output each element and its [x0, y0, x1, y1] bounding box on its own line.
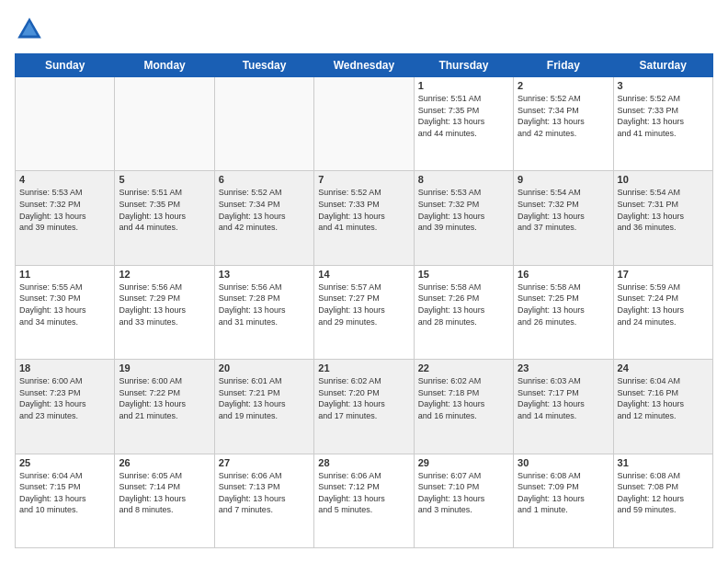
- day-info: Sunrise: 6:06 AMSunset: 7:13 PMDaylight:…: [219, 470, 310, 516]
- day-info: Sunrise: 5:52 AMSunset: 7:33 PMDaylight:…: [618, 93, 709, 139]
- day-info: Sunrise: 5:59 AMSunset: 7:24 PMDaylight:…: [618, 282, 709, 327]
- calendar-cell: [214, 77, 313, 171]
- calendar-cell: 8Sunrise: 5:53 AMSunset: 7:32 PMDaylight…: [414, 171, 513, 265]
- calendar-cell: 15Sunrise: 5:58 AMSunset: 7:26 PMDayligh…: [414, 265, 513, 359]
- day-number: 16: [518, 269, 609, 280]
- calendar-cell: [16, 77, 115, 171]
- day-info: Sunrise: 5:51 AMSunset: 7:35 PMDaylight:…: [119, 187, 210, 233]
- day-number: 21: [318, 362, 409, 373]
- day-number: 28: [318, 457, 409, 468]
- day-number: 12: [119, 269, 210, 280]
- calendar-cell: [115, 77, 214, 171]
- day-number: 10: [618, 174, 709, 185]
- calendar-cell: 29Sunrise: 6:07 AMSunset: 7:10 PMDayligh…: [414, 454, 513, 547]
- weekday-header: Friday: [514, 54, 613, 77]
- calendar-cell: 25Sunrise: 6:04 AMSunset: 7:15 PMDayligh…: [16, 454, 115, 547]
- day-info: Sunrise: 5:52 AMSunset: 7:33 PMDaylight:…: [318, 187, 409, 233]
- day-number: 22: [418, 362, 509, 373]
- calendar-cell: 7Sunrise: 5:52 AMSunset: 7:33 PMDaylight…: [314, 171, 414, 265]
- day-number: 20: [219, 362, 310, 373]
- calendar-cell: 6Sunrise: 5:52 AMSunset: 7:34 PMDaylight…: [214, 171, 313, 265]
- day-number: 19: [119, 362, 210, 373]
- day-info: Sunrise: 6:01 AMSunset: 7:21 PMDaylight:…: [219, 375, 310, 421]
- calendar-cell: 28Sunrise: 6:06 AMSunset: 7:12 PMDayligh…: [314, 454, 414, 547]
- calendar-cell: 24Sunrise: 6:04 AMSunset: 7:16 PMDayligh…: [613, 360, 712, 454]
- calendar-cell: 30Sunrise: 6:08 AMSunset: 7:09 PMDayligh…: [514, 454, 613, 547]
- day-number: 17: [618, 269, 709, 280]
- day-number: 18: [19, 362, 110, 373]
- calendar-cell: 1Sunrise: 5:51 AMSunset: 7:35 PMDaylight…: [414, 77, 513, 171]
- calendar-cell: 17Sunrise: 5:59 AMSunset: 7:24 PMDayligh…: [613, 265, 712, 359]
- day-number: 13: [219, 269, 310, 280]
- day-info: Sunrise: 5:54 AMSunset: 7:32 PMDaylight:…: [518, 187, 609, 233]
- day-info: Sunrise: 6:08 AMSunset: 7:08 PMDaylight:…: [618, 470, 709, 516]
- day-number: 25: [19, 457, 110, 468]
- day-info: Sunrise: 6:04 AMSunset: 7:16 PMDaylight:…: [618, 375, 709, 421]
- day-info: Sunrise: 5:53 AMSunset: 7:32 PMDaylight:…: [19, 187, 110, 233]
- weekday-header-row: SundayMondayTuesdayWednesdayThursdayFrid…: [16, 54, 713, 77]
- day-number: 7: [318, 174, 409, 185]
- calendar-cell: [314, 77, 414, 171]
- calendar-cell: 3Sunrise: 5:52 AMSunset: 7:33 PMDaylight…: [613, 77, 712, 171]
- logo-icon: [15, 15, 44, 44]
- day-info: Sunrise: 5:51 AMSunset: 7:35 PMDaylight:…: [418, 93, 509, 139]
- day-info: Sunrise: 5:52 AMSunset: 7:34 PMDaylight:…: [518, 93, 609, 139]
- calendar-cell: 16Sunrise: 5:58 AMSunset: 7:25 PMDayligh…: [514, 265, 613, 359]
- weekday-header: Monday: [115, 54, 214, 77]
- day-number: 26: [119, 457, 210, 468]
- day-info: Sunrise: 5:52 AMSunset: 7:34 PMDaylight:…: [219, 187, 310, 233]
- calendar-week-row: 1Sunrise: 5:51 AMSunset: 7:35 PMDaylight…: [16, 77, 713, 171]
- day-number: 2: [518, 80, 609, 91]
- weekday-header: Saturday: [613, 54, 712, 77]
- calendar-cell: 27Sunrise: 6:06 AMSunset: 7:13 PMDayligh…: [214, 454, 313, 547]
- day-info: Sunrise: 6:06 AMSunset: 7:12 PMDaylight:…: [318, 470, 409, 516]
- calendar-cell: 5Sunrise: 5:51 AMSunset: 7:35 PMDaylight…: [115, 171, 214, 265]
- day-info: Sunrise: 6:00 AMSunset: 7:22 PMDaylight:…: [119, 375, 210, 421]
- day-info: Sunrise: 5:58 AMSunset: 7:25 PMDaylight:…: [518, 282, 609, 327]
- calendar-cell: 13Sunrise: 5:56 AMSunset: 7:28 PMDayligh…: [214, 265, 313, 359]
- day-info: Sunrise: 6:07 AMSunset: 7:10 PMDaylight:…: [418, 470, 509, 516]
- calendar-cell: 10Sunrise: 5:54 AMSunset: 7:31 PMDayligh…: [613, 171, 712, 265]
- weekday-header: Tuesday: [214, 54, 313, 77]
- day-number: 15: [418, 269, 509, 280]
- day-info: Sunrise: 6:04 AMSunset: 7:15 PMDaylight:…: [19, 470, 110, 516]
- calendar: SundayMondayTuesdayWednesdayThursdayFrid…: [15, 53, 713, 548]
- calendar-cell: 31Sunrise: 6:08 AMSunset: 7:08 PMDayligh…: [613, 454, 712, 547]
- weekday-header: Sunday: [16, 54, 115, 77]
- day-number: 27: [219, 457, 310, 468]
- day-info: Sunrise: 6:03 AMSunset: 7:17 PMDaylight:…: [518, 375, 609, 421]
- calendar-cell: 4Sunrise: 5:53 AMSunset: 7:32 PMDaylight…: [16, 171, 115, 265]
- day-number: 11: [19, 269, 110, 280]
- calendar-week-row: 18Sunrise: 6:00 AMSunset: 7:23 PMDayligh…: [16, 360, 713, 454]
- logo: [15, 15, 48, 44]
- day-number: 24: [618, 362, 709, 373]
- weekday-header: Wednesday: [314, 54, 414, 77]
- day-info: Sunrise: 6:02 AMSunset: 7:20 PMDaylight:…: [318, 375, 409, 421]
- day-info: Sunrise: 5:57 AMSunset: 7:27 PMDaylight:…: [318, 282, 409, 327]
- calendar-week-row: 4Sunrise: 5:53 AMSunset: 7:32 PMDaylight…: [16, 171, 713, 265]
- calendar-cell: 9Sunrise: 5:54 AMSunset: 7:32 PMDaylight…: [514, 171, 613, 265]
- day-number: 5: [119, 174, 210, 185]
- day-info: Sunrise: 6:08 AMSunset: 7:09 PMDaylight:…: [518, 470, 609, 516]
- calendar-cell: 12Sunrise: 5:56 AMSunset: 7:29 PMDayligh…: [115, 265, 214, 359]
- day-number: 14: [318, 269, 409, 280]
- day-number: 3: [618, 80, 709, 91]
- calendar-cell: 22Sunrise: 6:02 AMSunset: 7:18 PMDayligh…: [414, 360, 513, 454]
- day-number: 23: [518, 362, 609, 373]
- day-number: 1: [418, 80, 509, 91]
- day-number: 31: [618, 457, 709, 468]
- day-info: Sunrise: 6:00 AMSunset: 7:23 PMDaylight:…: [19, 375, 110, 421]
- calendar-cell: 23Sunrise: 6:03 AMSunset: 7:17 PMDayligh…: [514, 360, 613, 454]
- day-number: 4: [19, 174, 110, 185]
- calendar-cell: 18Sunrise: 6:00 AMSunset: 7:23 PMDayligh…: [16, 360, 115, 454]
- page: SundayMondayTuesdayWednesdayThursdayFrid…: [0, 0, 728, 563]
- day-info: Sunrise: 6:05 AMSunset: 7:14 PMDaylight:…: [119, 470, 210, 516]
- calendar-cell: 21Sunrise: 6:02 AMSunset: 7:20 PMDayligh…: [314, 360, 414, 454]
- calendar-cell: 26Sunrise: 6:05 AMSunset: 7:14 PMDayligh…: [115, 454, 214, 547]
- calendar-cell: 14Sunrise: 5:57 AMSunset: 7:27 PMDayligh…: [314, 265, 414, 359]
- calendar-cell: 11Sunrise: 5:55 AMSunset: 7:30 PMDayligh…: [16, 265, 115, 359]
- day-info: Sunrise: 6:02 AMSunset: 7:18 PMDaylight:…: [418, 375, 509, 421]
- header: [15, 15, 713, 44]
- day-info: Sunrise: 5:56 AMSunset: 7:28 PMDaylight:…: [219, 282, 310, 327]
- calendar-cell: 19Sunrise: 6:00 AMSunset: 7:22 PMDayligh…: [115, 360, 214, 454]
